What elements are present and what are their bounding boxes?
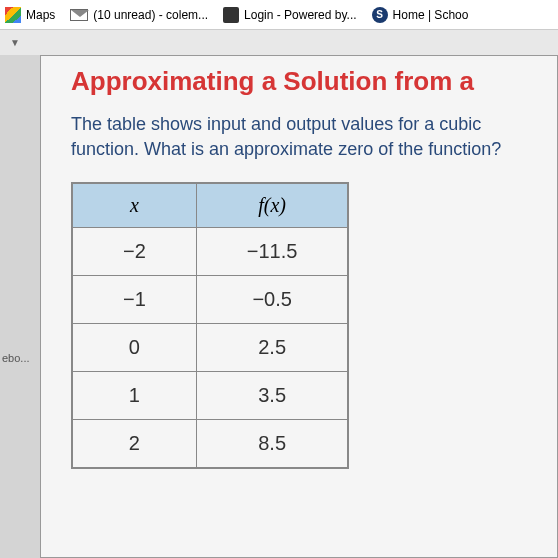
- cell-x: 2: [72, 420, 196, 469]
- bookmark-home[interactable]: S Home | Schoo: [372, 7, 469, 23]
- question-text: The table shows input and output values …: [41, 112, 557, 182]
- table-row: 2 8.5: [72, 420, 348, 469]
- cell-fx: 2.5: [196, 324, 348, 372]
- cell-x: −2: [72, 228, 196, 276]
- cell-x: 0: [72, 324, 196, 372]
- table-row: 1 3.5: [72, 372, 348, 420]
- mail-icon: [70, 9, 88, 21]
- bookmark-mail[interactable]: (10 unread) - colem...: [70, 8, 208, 22]
- cell-fx: −0.5: [196, 276, 348, 324]
- table-row: −1 −0.5: [72, 276, 348, 324]
- bookmark-label: (10 unread) - colem...: [93, 8, 208, 22]
- table-header-fx: f(x): [196, 183, 348, 228]
- bookmark-login[interactable]: Login - Powered by...: [223, 7, 357, 23]
- bookmark-label: Maps: [26, 8, 55, 22]
- chevron-down-icon[interactable]: ▼: [10, 37, 20, 48]
- cell-fx: 8.5: [196, 420, 348, 469]
- login-icon: [223, 7, 239, 23]
- maps-icon: [5, 7, 21, 23]
- table-row: −2 −11.5: [72, 228, 348, 276]
- cell-fx: −11.5: [196, 228, 348, 276]
- table-header-x: x: [72, 183, 196, 228]
- side-label: ebo...: [0, 350, 32, 366]
- data-table: x f(x) −2 −11.5 −1 −0.5 0 2.5 1 3.5 2: [71, 182, 349, 469]
- bookmark-label: Home | Schoo: [393, 8, 469, 22]
- s-icon: S: [372, 7, 388, 23]
- content-panel: Approximating a Solution from a The tabl…: [40, 55, 558, 558]
- bookmarks-bar: Maps (10 unread) - colem... Login - Powe…: [0, 0, 558, 30]
- bookmark-maps[interactable]: Maps: [5, 7, 55, 23]
- toolbar: ▼: [0, 30, 558, 55]
- bookmark-label: Login - Powered by...: [244, 8, 357, 22]
- cell-x: 1: [72, 372, 196, 420]
- table-row: 0 2.5: [72, 324, 348, 372]
- page-title: Approximating a Solution from a: [41, 56, 557, 112]
- cell-x: −1: [72, 276, 196, 324]
- cell-fx: 3.5: [196, 372, 348, 420]
